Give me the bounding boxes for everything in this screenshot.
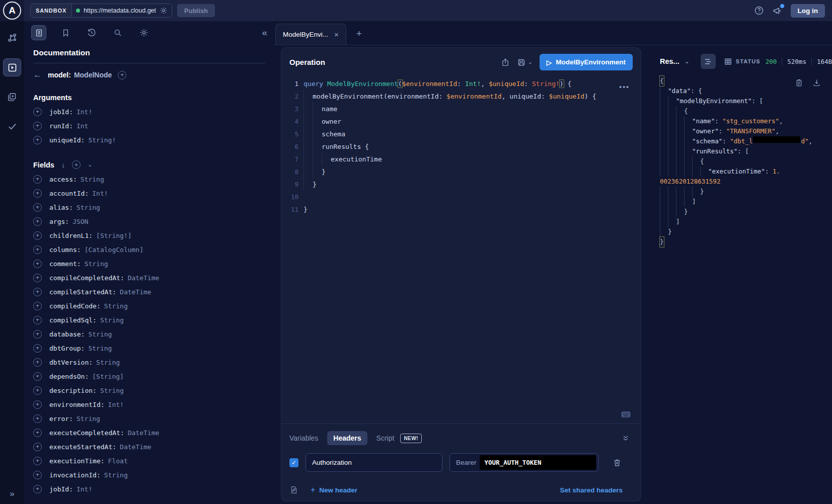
env-file-edit-icon[interactable] (289, 485, 298, 494)
add-field-to-query-icon[interactable]: + (33, 443, 42, 451)
format-table-icon[interactable] (721, 54, 736, 69)
add-field-to-query-icon[interactable]: + (33, 316, 42, 324)
field-type[interactable]: String (96, 359, 120, 366)
new-header-button[interactable]: + New header (308, 485, 360, 495)
add-field-to-query-icon[interactable]: + (33, 203, 42, 212)
field-type[interactable]: Int (77, 122, 88, 130)
tab-headers[interactable]: Headers (327, 431, 367, 445)
add-field-to-query-icon[interactable]: + (33, 108, 42, 116)
add-field-to-query-icon[interactable]: + (33, 358, 42, 367)
add-field-to-query-icon[interactable]: + (33, 136, 42, 144)
schema-graph-icon[interactable] (4, 29, 21, 46)
field-type[interactable]: String (81, 176, 104, 183)
editor-more-menu-icon[interactable]: ••• (616, 82, 633, 92)
field-name[interactable]: compileStartedAt: (49, 288, 116, 296)
field-name[interactable]: executeCompletedAt: (49, 429, 124, 437)
field-type[interactable]: String (104, 302, 128, 310)
add-field-to-query-icon[interactable]: + (33, 245, 42, 254)
field-type[interactable]: String! (88, 136, 116, 144)
header-value-input[interactable]: Bearer YOUR_AUTH_TOKEN (449, 453, 598, 472)
keyboard-shortcuts-icon[interactable] (618, 410, 634, 418)
field-type[interactable]: DateTime (120, 288, 152, 296)
delete-header-icon[interactable] (610, 458, 625, 468)
field-type[interactable]: Int! (77, 108, 92, 116)
field-type[interactable]: Float (108, 457, 128, 465)
add-field-to-query-icon[interactable]: + (33, 485, 42, 493)
field-name[interactable]: executeStartedAt: (49, 443, 116, 451)
add-field-to-query-icon[interactable]: + (33, 189, 42, 198)
field-type[interactable]: Int! (108, 401, 124, 408)
add-field-to-query-icon[interactable]: + (33, 175, 42, 184)
operation-tab[interactable]: ModelByEnvi... × (275, 24, 346, 45)
add-field-to-query-icon[interactable]: + (33, 414, 42, 423)
collections-icon[interactable] (4, 89, 21, 106)
copy-response-icon[interactable] (795, 78, 803, 87)
field-name[interactable]: compileCompletedAt: (49, 274, 124, 282)
search-icon[interactable] (111, 26, 125, 40)
field-type[interactable]: DateTime (120, 443, 152, 451)
endpoint-settings-gear-icon[interactable] (160, 7, 168, 15)
saved-operations-bookmark-icon[interactable] (58, 26, 72, 40)
field-name[interactable]: error: (49, 415, 73, 423)
add-field-to-query-icon[interactable]: + (33, 288, 42, 296)
add-field-to-query-icon[interactable]: + (33, 372, 42, 381)
field-name[interactable]: jobId: (49, 485, 73, 493)
add-field-to-query-icon[interactable]: + (33, 122, 42, 130)
field-name[interactable]: dependsOn: (49, 373, 89, 380)
tab-variables[interactable]: Variables (289, 434, 318, 442)
history-icon[interactable] (85, 26, 99, 40)
add-field-to-query-icon[interactable]: + (33, 231, 42, 240)
field-name[interactable]: dbtGroup: (49, 345, 85, 352)
share-operation-icon[interactable] (501, 58, 510, 67)
apollo-logo-icon[interactable]: A (3, 2, 21, 20)
field-name[interactable]: args: (49, 218, 69, 225)
collapse-bottom-panel-icon[interactable] (619, 434, 633, 443)
download-response-icon[interactable] (812, 78, 821, 87)
field-name[interactable]: childrenL1: (49, 232, 93, 239)
save-menu-chevron-icon[interactable]: ⌄ (528, 59, 533, 65)
checks-icon[interactable] (4, 118, 21, 135)
field-type[interactable]: [String] (92, 373, 124, 380)
add-field-to-query-icon[interactable]: + (33, 344, 42, 353)
field-type[interactable]: [String!] (96, 232, 131, 239)
field-type[interactable]: String (77, 415, 100, 423)
response-json[interactable]: {"data": {"modelByEnvironment": [{"name"… (660, 76, 832, 247)
field-type[interactable]: String (77, 204, 100, 211)
field-type[interactable]: String (88, 330, 112, 338)
help-icon[interactable] (754, 6, 764, 16)
breadcrumb-type-name[interactable]: ModelNode (74, 71, 112, 79)
back-arrow-icon[interactable]: ← (33, 70, 42, 80)
announcements-megaphone-icon[interactable] (772, 6, 783, 16)
add-field-icon[interactable]: + (118, 71, 126, 79)
field-type[interactable]: JSON (72, 218, 88, 225)
field-type[interactable]: String (88, 345, 112, 352)
set-shared-headers-button[interactable]: Set shared headers (557, 486, 626, 494)
query-editor[interactable]: ••• 1query ModelByEnvironment($environme… (281, 75, 641, 424)
field-type[interactable]: String (100, 387, 124, 394)
header-enabled-checkbox[interactable]: ✓ (289, 458, 298, 467)
add-field-to-query-icon[interactable]: + (33, 386, 42, 395)
collapse-panel-icon[interactable]: « (262, 27, 267, 38)
field-name[interactable]: jobId: (49, 108, 73, 116)
field-type[interactable]: Int! (77, 485, 92, 493)
new-tab-icon[interactable]: + (353, 28, 365, 40)
field-name[interactable]: accountId: (49, 190, 89, 197)
sort-fields-icon[interactable]: ↓ (61, 161, 65, 169)
field-type[interactable]: String (100, 316, 124, 324)
add-field-to-query-icon[interactable]: + (33, 471, 42, 479)
add-field-to-query-icon[interactable]: + (33, 217, 42, 226)
field-name[interactable]: dbtVersion: (49, 359, 93, 366)
documentation-tab-icon[interactable] (31, 25, 46, 40)
field-name[interactable]: database: (49, 330, 85, 338)
field-type[interactable]: Int! (92, 190, 108, 197)
field-name[interactable]: description: (49, 387, 97, 394)
publish-button[interactable]: Publish (177, 4, 215, 17)
auth-token-value[interactable]: YOUR_AUTH_TOKEN (480, 455, 596, 470)
response-menu-chevron-icon[interactable]: ⌄ (685, 58, 690, 65)
field-name[interactable]: invocationId: (49, 471, 101, 479)
chevron-down-icon[interactable]: ⌄ (88, 161, 92, 168)
field-name[interactable]: alias: (49, 204, 73, 211)
save-operation-icon[interactable] (517, 58, 526, 67)
field-type[interactable]: DateTime (128, 274, 160, 282)
explorer-tab-icon[interactable] (3, 58, 21, 76)
